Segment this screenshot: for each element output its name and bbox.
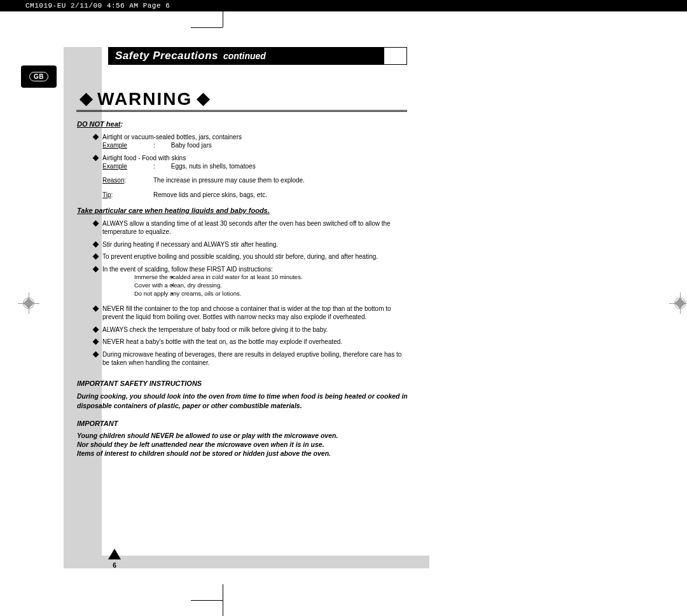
- safety-line: Items of interest to children should not…: [77, 449, 408, 458]
- content-column: DO NOT heat: Airtight or vacuum-sealed b…: [77, 120, 408, 458]
- subsection-heading: Take particular care when heating liquid…: [77, 206, 408, 216]
- subsection-heading: IMPORTANT: [77, 419, 408, 428]
- list-item: Immerse the scalded area in cold water f…: [128, 273, 408, 282]
- list-item: In the event of scalding, follow these F…: [102, 265, 408, 298]
- diamond-icon: [197, 92, 210, 106]
- language-badge-label: GB: [29, 72, 48, 81]
- list-item: ALWAYS check the temperature of baby foo…: [102, 325, 408, 334]
- tip-row: Tip:Remove lids and pierce skins, bags, …: [77, 191, 408, 200]
- safety-line: Nor should they be left unattended near …: [77, 440, 408, 449]
- section-title-bar: Safety Precautions continued: [108, 47, 385, 65]
- first-aid-list: Immerse the scalded area in cold water f…: [102, 273, 408, 298]
- list-item: Airtight or vacuum-sealed bottles, jars,…: [102, 133, 408, 150]
- subsection-heading: IMPORTANT SAFETY INSTRUCTIONS: [77, 379, 408, 388]
- list-item: During microwave heating of beverages, t…: [102, 350, 408, 367]
- liquids-list-b: NEVER fill the container to the top and …: [77, 305, 408, 367]
- section-title-bar-extension: [384, 47, 407, 65]
- warning-text: WARNING: [97, 89, 192, 109]
- section-title: Safety Precautions: [115, 50, 218, 62]
- page-number: 6: [113, 562, 116, 569]
- safety-paragraph: During cooking, you should look into the…: [77, 392, 408, 409]
- section-subtitle: continued: [221, 51, 266, 61]
- crop-mark-top: [207, 11, 239, 43]
- do-not-heat-list: Airtight or vacuum-sealed bottles, jars,…: [77, 133, 408, 171]
- list-item: Stir during heating if necessary and ALW…: [102, 240, 408, 249]
- list-item: Cover with a clean, dry dressing.: [128, 282, 408, 290]
- list-item: ALWAYS allow a standing time of at least…: [102, 219, 408, 236]
- safety-line: Young children should NEVER be allowed t…: [77, 431, 408, 440]
- list-item: Airtight food - Food with skins Example:…: [102, 154, 408, 171]
- page-number-marker: 6: [108, 549, 121, 572]
- liquids-list-a: ALWAYS allow a standing time of at least…: [77, 219, 408, 298]
- list-item: NEVER fill the container to the top and …: [102, 305, 408, 322]
- list-item: To prevent eruptive boiling and possible…: [102, 252, 408, 261]
- print-header: CM1019-EU 2/11/00 4:56 AM Page 6: [0, 0, 687, 11]
- subsection-heading: DO NOT heat:: [77, 120, 408, 129]
- crop-mark-bottom: [207, 584, 239, 616]
- warning-heading: WARNING: [75, 89, 214, 109]
- rule: [76, 111, 407, 112]
- reason-row: Reason:The increase in pressure may caus…: [77, 176, 408, 185]
- triangle-icon: [108, 549, 121, 559]
- diamond-icon: [80, 92, 93, 106]
- language-badge: GB: [21, 65, 57, 88]
- list-item: NEVER heat a baby's bottle with the teat…: [102, 338, 408, 346]
- list-item: Do not apply any creams, oils or lotions…: [128, 290, 408, 298]
